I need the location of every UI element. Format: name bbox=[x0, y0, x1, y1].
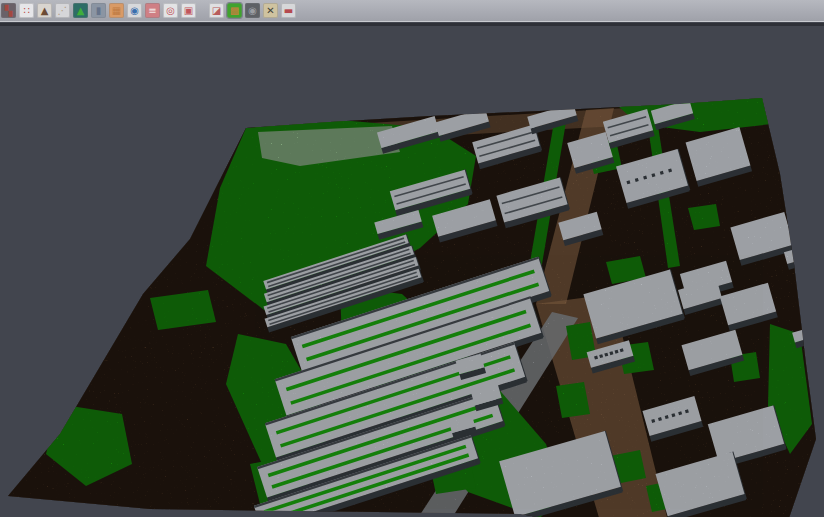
terrain-model-icon[interactable]: ▲ bbox=[73, 3, 88, 18]
selection-box-icon-glyph: ▣ bbox=[184, 5, 193, 15]
sparse-cloud-icon[interactable]: ⋰ bbox=[55, 3, 70, 18]
classification-map-icon[interactable]: ▩ bbox=[227, 3, 242, 18]
viewport-panel bbox=[0, 23, 824, 517]
layers-list-icon[interactable]: ≡ bbox=[145, 3, 160, 18]
layers-list-icon-glyph: ≡ bbox=[148, 5, 156, 15]
camera-icon-glyph: ◉ bbox=[248, 5, 257, 15]
globe-icon[interactable]: ◉ bbox=[127, 3, 142, 18]
measure-icon[interactable]: ▬ bbox=[281, 3, 296, 18]
split-view-icon-glyph: ◪ bbox=[212, 5, 221, 15]
orthophoto-icon-glyph: ▦ bbox=[112, 5, 121, 15]
dem-icon-glyph: ▲ bbox=[41, 5, 49, 15]
application-window: ▚∷▲⋰▲▮▦◉≡◎▣◪▩◉✕▬ bbox=[0, 0, 824, 517]
target-icon-glyph: ◎ bbox=[166, 5, 175, 15]
open-project-icon[interactable]: ▚ bbox=[1, 3, 16, 18]
terrain-model-icon-glyph: ▲ bbox=[77, 5, 85, 15]
dem-icon[interactable]: ▲ bbox=[37, 3, 52, 18]
globe-icon-glyph: ◉ bbox=[130, 5, 139, 15]
delete-mesh-icon[interactable]: ✕ bbox=[263, 3, 278, 18]
markers-icon[interactable]: ∷ bbox=[19, 3, 34, 18]
camera-icon[interactable]: ◉ bbox=[245, 3, 260, 18]
markers-icon-glyph: ∷ bbox=[23, 5, 29, 15]
profile-view-icon-glyph: ▮ bbox=[96, 5, 102, 15]
terrain-mesh bbox=[0, 26, 824, 517]
measure-icon-glyph: ▬ bbox=[284, 5, 293, 15]
open-project-icon-glyph: ▚ bbox=[5, 5, 13, 15]
delete-mesh-icon-glyph: ✕ bbox=[266, 5, 274, 15]
classification-map-icon-glyph: ▩ bbox=[230, 5, 239, 15]
split-view-icon[interactable]: ◪ bbox=[209, 3, 224, 18]
toolbar: ▚∷▲⋰▲▮▦◉≡◎▣◪▩◉✕▬ bbox=[0, 0, 824, 22]
orthophoto-icon[interactable]: ▦ bbox=[109, 3, 124, 18]
selection-box-icon[interactable]: ▣ bbox=[181, 3, 196, 18]
profile-view-icon[interactable]: ▮ bbox=[91, 3, 106, 18]
viewport-3d[interactable] bbox=[0, 26, 824, 517]
sparse-cloud-icon-glyph: ⋰ bbox=[58, 5, 68, 15]
target-icon[interactable]: ◎ bbox=[163, 3, 178, 18]
